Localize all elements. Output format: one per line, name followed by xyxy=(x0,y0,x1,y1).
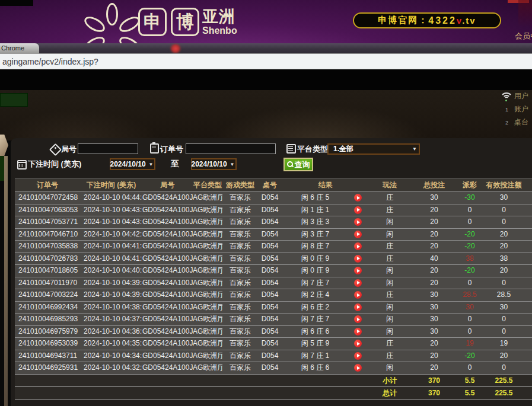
browser-tab-chrome[interactable]: Chrome xyxy=(0,43,39,53)
search-button-label: 查询 xyxy=(295,159,310,170)
cell-play_type: 闲 xyxy=(369,265,410,277)
cell-round_no: GD05424A100JD xyxy=(142,241,193,252)
play-video-button[interactable] xyxy=(354,315,362,323)
cell-payout: 0 xyxy=(458,326,482,338)
cell-order_no: 241010046953039 xyxy=(15,338,80,350)
cell-result: 闲 1 庄 1 xyxy=(282,204,369,216)
cell-round_no: GD05424A100JF xyxy=(142,216,193,228)
column-header: 有效投注额 xyxy=(482,178,526,191)
lobby-green-tile xyxy=(0,93,28,107)
cell-result: 闲 0 庄 9 xyxy=(282,253,369,265)
date-from-select[interactable]: 2024/10/10 ▼ xyxy=(110,158,155,170)
cell-play_type: 闲 xyxy=(369,302,410,314)
cell-status: 已结算 xyxy=(526,314,532,325)
cell-play_type: 庄 xyxy=(369,204,410,216)
play-video-button[interactable] xyxy=(354,206,362,214)
cell-play_type: 闲 xyxy=(369,362,410,374)
member-center-link[interactable]: 会员中心 xyxy=(515,31,532,41)
round-input[interactable] xyxy=(78,143,138,154)
cell-order_no: 241010047072458 xyxy=(15,192,80,204)
cell-table_no: D054 xyxy=(258,289,282,301)
cell-payout: 0 xyxy=(458,314,482,325)
cell-round_no: GD05424A100JE xyxy=(142,229,193,241)
address-bar[interactable]: agingame/pcv2/index.jsp? xyxy=(0,53,532,69)
cell-table_no: D054 xyxy=(258,314,282,325)
cell-table_no: D054 xyxy=(258,350,282,362)
column-header: 订单号 xyxy=(15,178,80,191)
cell-total_bet: 30 xyxy=(410,314,458,325)
search-button[interactable]: 查询 xyxy=(283,158,313,171)
logo-latin: Shenbo xyxy=(202,26,237,36)
cell-platform: AG欧洲厅 xyxy=(193,204,222,216)
cell-payout: 30 xyxy=(458,302,482,314)
browser-tab-strip xyxy=(0,43,532,53)
cell-bet_time: 2024-10-10 04:39:45 xyxy=(80,277,142,289)
cell-table_no: D054 xyxy=(258,216,282,228)
cell-result: 闲 8 庄 7 xyxy=(282,241,369,252)
order-input[interactable] xyxy=(186,143,276,154)
cell-play_type: 闲 xyxy=(369,326,410,338)
logo-region: 亚洲 xyxy=(202,9,237,25)
cell-game_type: 百家乐 xyxy=(222,362,258,374)
chevron-down-icon: ▼ xyxy=(410,146,419,152)
cell-platform: AG欧洲厅 xyxy=(193,362,222,374)
table-row: 2410100469437112024-10-10 04:34:27GD0542… xyxy=(15,350,532,362)
column-header: 下注时间 (美东) xyxy=(80,178,142,191)
cell-result: 闲 6 庄 6 xyxy=(282,326,369,338)
table-row: 2410100470186052024-10-10 04:40:16GD0542… xyxy=(15,264,532,277)
play-video-button[interactable] xyxy=(354,242,362,250)
cell-status: 已结算 xyxy=(526,277,532,289)
cell-payout: 0 xyxy=(458,216,482,228)
cell-valid_bet: 28.5 xyxy=(482,289,526,301)
logo-char-bo: 博 xyxy=(171,8,199,36)
cell-total_bet: 20 xyxy=(410,229,458,241)
play-video-button[interactable] xyxy=(354,279,362,287)
table-row: 2410100470032242024-10-10 04:39:02GD0542… xyxy=(15,289,532,301)
cell-play_type: 闲 xyxy=(369,277,410,289)
cell-order_no: 241010047053771 xyxy=(15,216,80,228)
play-video-button[interactable] xyxy=(354,291,362,299)
cell-total_bet: 30 xyxy=(410,326,458,338)
column-header: 派彩 xyxy=(458,178,482,191)
cell-platform: AG欧洲厅 xyxy=(193,229,222,241)
play-video-button[interactable] xyxy=(354,340,362,347)
cell-table_no: D054 xyxy=(258,277,282,289)
play-video-button[interactable] xyxy=(354,328,362,335)
column-header: 游戏类型 xyxy=(222,178,258,191)
cell-order_no: 241010047046710 xyxy=(15,229,80,241)
column-header: 平台类型 xyxy=(193,178,222,191)
cell-result: 闲 6 庄 5 xyxy=(282,192,369,204)
subtotal-row-label: 小计 xyxy=(369,375,410,387)
cell-status: 已结算 xyxy=(526,265,532,277)
play-video-button[interactable] xyxy=(354,255,362,263)
logo-char-shen: 申 xyxy=(138,8,167,36)
side-green-fragment xyxy=(0,156,4,181)
brand-header: 申 博 亚洲 Shenbo 申博官网： 4322 v .tv xyxy=(0,0,532,43)
play-video-button[interactable] xyxy=(354,364,362,372)
play-video-button[interactable] xyxy=(354,218,362,226)
play-video-button[interactable] xyxy=(354,231,362,238)
date-from-value: 2024/10/10 xyxy=(110,160,146,168)
cell-total_bet: 30 xyxy=(410,302,458,314)
cell-platform: AG欧洲厅 xyxy=(193,216,222,228)
cell-result: 闲 3 庄 7 xyxy=(282,229,369,241)
cell-bet_time: 2024-10-10 04:36:57 xyxy=(80,326,142,338)
play-video-button[interactable] xyxy=(354,194,362,202)
cell-table_no: D054 xyxy=(258,192,282,204)
cell-bet_time: 2024-10-10 04:44:43 xyxy=(80,192,142,204)
cell-order_no: 241010046985293 xyxy=(15,314,80,325)
play-video-button[interactable] xyxy=(354,352,362,360)
cell-valid_bet: 0 xyxy=(482,314,526,325)
play-video-button[interactable] xyxy=(354,303,362,311)
column-header: 桌号 xyxy=(258,178,282,191)
cell-valid_bet: 0 xyxy=(482,216,526,228)
play-video-button[interactable] xyxy=(354,267,362,274)
platform-select[interactable]: 1.全部 ▼ xyxy=(327,143,420,155)
cell-play_type: 闲 xyxy=(369,314,410,325)
cell-valid_bet: 30 xyxy=(482,302,526,314)
cell-round_no: GD05424A100J6 xyxy=(142,326,193,338)
corner-black xyxy=(0,0,33,6)
cell-round_no: GD05424A100J4 xyxy=(142,338,193,350)
cell-valid_bet: 20 xyxy=(482,350,526,362)
date-to-select[interactable]: 2024/10/10 ▼ xyxy=(191,158,237,170)
